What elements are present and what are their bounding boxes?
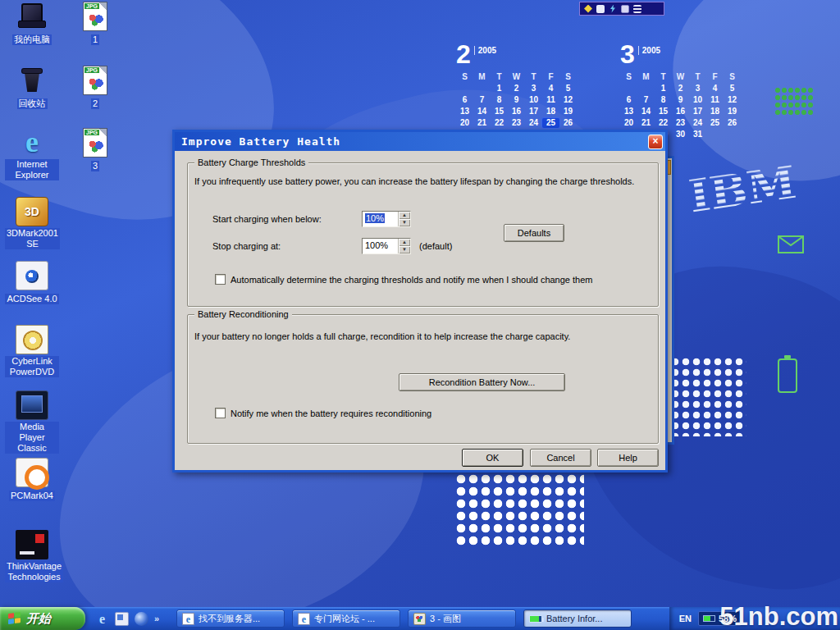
recondition-battery-button[interactable]: Recondition Battery Now... <box>399 373 565 391</box>
bolt-icon <box>609 5 617 13</box>
calendar-day: 24 <box>525 118 542 128</box>
calendar-month-number: 3 <box>620 41 635 67</box>
calendar-day-header: W <box>672 72 689 82</box>
calendar-day: 8 <box>491 95 508 105</box>
calendar-day-header: W <box>508 72 525 82</box>
taskbar-task-battery-information[interactable]: Battery Infor... <box>523 609 632 628</box>
calendar-day <box>637 84 655 94</box>
calendar-day-header: S <box>724 72 741 82</box>
calendar-year: 2005 <box>638 46 660 55</box>
desktop-icon-recycle-bin[interactable]: 回收站 <box>5 66 59 110</box>
calendar-day: 6 <box>456 95 473 105</box>
desktop-file-1[interactable]: 1 <box>72 2 118 46</box>
quicklaunch-overflow-icon[interactable]: » <box>154 612 162 626</box>
auto-determine-checkbox-label[interactable]: Automatically determine the charging thr… <box>231 275 592 285</box>
defaults-button[interactable]: Defaults <box>504 224 564 242</box>
calendar-day: 10 <box>689 95 706 105</box>
notify-reconditioning-checkbox-label[interactable]: Notify me when the battery requires reco… <box>231 409 431 418</box>
calendar-day: 14 <box>473 107 491 116</box>
calendar-day: 3 <box>689 84 706 94</box>
tray-battery-indicator[interactable]: 58% <box>698 611 742 626</box>
calendar-day: 19 <box>559 107 577 116</box>
group-title: Battery Charge Thresholds <box>194 158 308 167</box>
calendar-day: 26 <box>724 118 741 128</box>
spinner-down-icon[interactable]: ▼ <box>399 246 410 253</box>
wallpaper-mini-toolbar <box>579 2 664 16</box>
desktop-icon-pcmark04[interactable]: PCMark04 <box>5 458 59 502</box>
calendar-day: 15 <box>491 107 508 116</box>
desktop-file-2[interactable]: 2 <box>72 66 118 110</box>
desktop-icon-3dmark2001[interactable]: 3DMark2001 SE <box>5 197 59 250</box>
help-button[interactable]: Help <box>597 449 659 467</box>
spinner-up-icon[interactable]: ▲ <box>399 239 410 246</box>
calendar-day: 9 <box>508 95 525 105</box>
envelope-icon <box>778 235 804 253</box>
quicklaunch-show-desktop-icon[interactable] <box>115 612 129 626</box>
notify-reconditioning-checkbox[interactable] <box>215 408 226 418</box>
quicklaunch-ie-icon[interactable] <box>95 612 109 626</box>
desktop-icon-label: 3 <box>91 161 99 171</box>
auto-determine-checkbox[interactable] <box>215 274 226 285</box>
calendar-day: 23 <box>672 118 689 128</box>
calendar-day: 5 <box>559 84 577 94</box>
taskbar-task-server-not-found[interactable]: 找不到服务器... <box>176 609 285 628</box>
calendar-day: 2 <box>672 84 689 94</box>
desktop-icon-acdsee[interactable]: ACDSee 4.0 <box>5 261 59 305</box>
desktop-icon-powerdvd[interactable]: CyberLink PowerDVD <box>5 325 59 378</box>
windows-flag-icon <box>8 612 21 625</box>
powerdvd-icon <box>16 325 48 354</box>
close-icon[interactable]: × <box>648 135 663 149</box>
desktop-icon-label: 回收站 <box>17 98 48 109</box>
calendar-day: 10 <box>525 95 542 105</box>
display-icon <box>621 5 629 13</box>
calendar-day: 17 <box>525 107 542 116</box>
paint-icon <box>413 613 426 625</box>
ibm-logo: IBM <box>682 147 821 233</box>
recycle-bin-icon <box>16 66 48 95</box>
calendar-day: 1 <box>491 84 508 94</box>
calendar-day: 18 <box>542 107 559 116</box>
desktop-icon-internet-explorer[interactable]: Internet Explorer <box>5 128 59 181</box>
calendar-day: 13 <box>456 107 473 116</box>
language-indicator[interactable]: EN <box>679 614 692 623</box>
card-icon <box>596 5 605 13</box>
calendar-day-header: T <box>655 72 672 82</box>
ok-button[interactable]: OK <box>462 449 523 467</box>
calendar-day-header: S <box>456 72 473 82</box>
jpg-file-icon <box>83 128 107 158</box>
media-player-classic-icon <box>16 390 48 420</box>
taskbar-task-forum[interactable]: 专门网论坛 - ... <box>292 609 400 628</box>
quicklaunch-media-player-icon[interactable] <box>135 612 148 626</box>
start-charging-value[interactable]: 10% <box>363 212 398 226</box>
group-title: Battery Reconditioning <box>194 309 292 319</box>
battery-icon <box>529 615 542 623</box>
stop-charging-value[interactable]: 100% <box>363 239 398 253</box>
desktop-file-3[interactable]: 3 <box>72 128 118 172</box>
desktop-icon-label: PCMark04 <box>9 491 55 501</box>
cancel-button[interactable]: Cancel <box>530 449 591 467</box>
taskbar-task-paint[interactable]: 3 - 画图 <box>408 609 516 628</box>
reconditioning-description: If your battery no longer holds a full c… <box>194 331 652 341</box>
calendar-day: 3 <box>525 84 542 94</box>
spinner-up-icon[interactable]: ▲ <box>399 212 410 219</box>
desktop-icon-my-computer[interactable]: 我的电脑 <box>5 2 59 46</box>
battery-charge-thresholds-group: Battery Charge Thresholds If you infrequ… <box>187 162 659 307</box>
calendar-day: 30 <box>672 130 689 139</box>
start-charging-spinner[interactable]: 10% ▲ ▼ <box>362 211 411 227</box>
desktop-icon-media-player-classic[interactable]: Media Player Classic <box>5 390 59 454</box>
stop-charging-spinner[interactable]: 100% ▲ ▼ <box>362 238 411 254</box>
calendar-day-header: M <box>637 72 655 82</box>
calendar-month-number: 2 <box>456 41 471 67</box>
calendar-day: 2 <box>508 84 525 94</box>
calendar-day: 6 <box>620 95 637 105</box>
desktop-icon-thinkvantage[interactable]: ThinkVantage Technologies <box>5 530 59 583</box>
start-button[interactable]: 开始 <box>0 607 85 630</box>
3dmark-icon <box>16 197 48 226</box>
battery-graphic <box>778 358 797 393</box>
task-label: 专门网论坛 - ... <box>314 613 375 625</box>
spinner-down-icon[interactable]: ▼ <box>399 219 410 226</box>
dialog-titlebar[interactable]: Improve Battery Health × <box>175 132 665 151</box>
calendar-day: 1 <box>655 84 672 94</box>
taskbar: 开始 » 找不到服务器... 专门网论坛 - ... 3 - 画图 Batter… <box>0 607 840 630</box>
calendar-day-header: S <box>620 72 637 82</box>
